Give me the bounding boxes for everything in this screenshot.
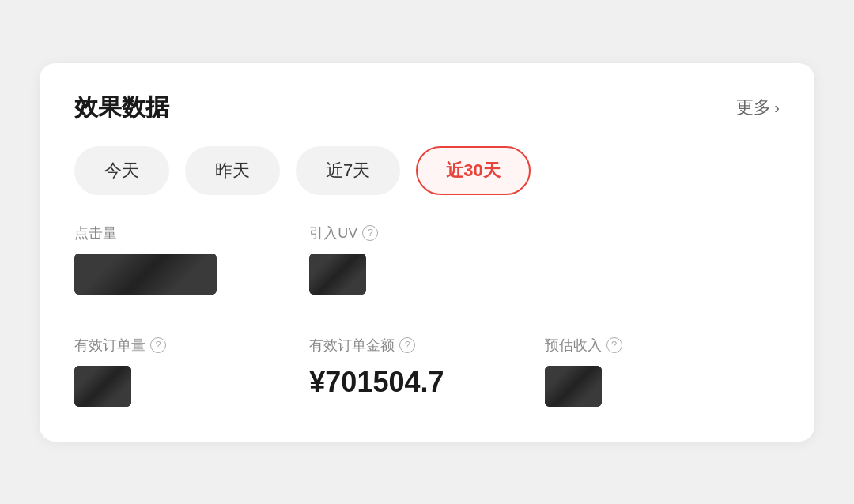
clicks-label-group: 点击量 [74,224,309,243]
tab-30days[interactable]: 近30天 [416,146,530,195]
tab-yesterday[interactable]: 昨天 [185,146,280,195]
order-amount-info-icon[interactable]: ? [399,337,415,353]
uv-label: 引入UV [309,224,357,243]
uv-info-icon[interactable]: ? [362,225,378,241]
valid-orders-label: 有效订单量 [74,336,145,355]
card-title: 效果数据 [74,92,169,124]
top-metrics-row: 点击量 引入UV ? [74,224,780,310]
main-card: 效果数据 更多 › 今天 昨天 近7天 近30天 点击量 引入UV ? [40,63,814,442]
more-link[interactable]: 更多 › [736,96,780,119]
estimated-income-info-icon[interactable]: ? [606,337,622,353]
metric-empty-top [545,224,780,310]
metric-uv: 引入UV ? [309,224,544,310]
bottom-metrics-row: 有效订单量 ? 有效订单金额 ? ¥701504.7 预估收入 ? [74,336,780,407]
valid-orders-label-group: 有效订单量 ? [74,336,309,355]
metric-clicks: 点击量 [74,224,309,310]
chevron-right-icon: › [774,99,780,117]
estimated-income-label: 预估收入 [545,336,602,355]
order-amount-value: ¥701504.7 [309,366,544,399]
valid-orders-value-blurred [74,366,131,407]
more-label: 更多 [736,96,771,119]
clicks-label: 点击量 [74,224,117,243]
tab-today[interactable]: 今天 [74,146,169,195]
estimated-income-value-blurred [545,366,602,407]
estimated-income-label-group: 预估收入 ? [545,336,780,355]
metric-order-amount: 有效订单金额 ? ¥701504.7 [309,336,544,407]
order-amount-label: 有效订单金额 [309,336,395,355]
card-header: 效果数据 更多 › [74,92,780,124]
metric-estimated-income: 预估收入 ? [545,336,780,407]
valid-orders-info-icon[interactable]: ? [150,337,166,353]
uv-label-group: 引入UV ? [309,224,544,243]
clicks-value-blurred [74,254,217,295]
metric-valid-orders: 有效订单量 ? [74,336,309,407]
tab-group: 今天 昨天 近7天 近30天 [74,146,780,195]
uv-value-blurred [309,254,366,295]
order-amount-label-group: 有效订单金额 ? [309,336,544,355]
tab-7days[interactable]: 近7天 [296,146,400,195]
